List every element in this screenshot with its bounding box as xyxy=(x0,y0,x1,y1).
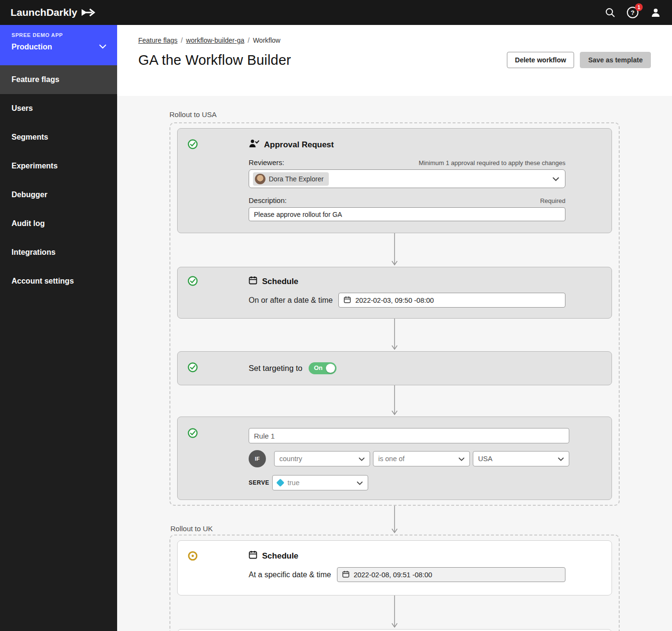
schedule-datetime-value: 2022-02-08, 09:51 -08:00 xyxy=(354,571,432,579)
schedule-datetime-input-uk[interactable]: 2022-02-08, 09:51 -08:00 xyxy=(337,567,565,582)
chevron-down-icon xyxy=(552,175,559,183)
rule-attribute-dropdown[interactable]: country xyxy=(274,451,370,466)
serve-variation-dropdown[interactable]: true xyxy=(272,475,368,490)
sidebar-item-integrations[interactable]: Integrations xyxy=(0,238,117,267)
schedule-card-usa[interactable]: Schedule On or after a date & time 2022-… xyxy=(177,267,612,319)
calendar-icon xyxy=(344,296,351,305)
workflow-connector-arrow xyxy=(177,595,612,629)
serve-label: SERVE xyxy=(249,479,272,486)
rule-name-input[interactable] xyxy=(249,428,569,443)
schedule-condition-label: At a specific date & time xyxy=(249,571,331,579)
set-targeting-card[interactable]: Set targeting to On xyxy=(177,351,612,385)
chevron-down-icon xyxy=(357,479,363,487)
chevron-down-icon xyxy=(458,455,465,463)
step-pending-icon xyxy=(188,554,198,562)
sidebar-item-account-settings[interactable]: Account settings xyxy=(0,267,117,296)
project-name: SPREE DEMO APP xyxy=(12,32,106,38)
reviewers-select[interactable]: Dora The Explorer xyxy=(249,169,565,188)
stage-container-uk: Schedule At a specific date & time 2022-… xyxy=(169,535,620,631)
environment-name: Production xyxy=(12,43,106,51)
step-complete-check-icon xyxy=(188,431,198,440)
reviewer-name: Dora The Explorer xyxy=(269,175,324,183)
page-title: GA the Workflow Builder xyxy=(138,52,291,68)
rule-operator-dropdown[interactable]: is one of xyxy=(373,451,470,466)
rule-attribute-value: country xyxy=(279,455,302,463)
sidebar-item-debugger[interactable]: Debugger xyxy=(0,180,117,209)
chevron-down-icon xyxy=(558,455,564,463)
rule-values-value: USA xyxy=(478,455,492,463)
toggle-knob xyxy=(326,364,335,373)
workflow-canvas: Rollout to USA xyxy=(117,96,672,631)
stage-label-rollout-uk: Rollout to UK xyxy=(170,524,213,533)
rule-values-dropdown[interactable]: USA xyxy=(473,451,569,466)
launchdarkly-arrow-icon xyxy=(81,7,96,18)
breadcrumb-workflow-builder-ga[interactable]: workflow-builder-ga xyxy=(186,36,244,44)
sidebar-item-audit-log[interactable]: Audit log xyxy=(0,209,117,238)
sidebar-item-users[interactable]: Users xyxy=(0,94,117,123)
breadcrumb: Feature flags/workflow-builder-ga/Workfl… xyxy=(138,36,651,44)
workflow-card-partial[interactable] xyxy=(177,629,612,631)
calendar-icon xyxy=(249,550,257,561)
schedule-datetime-input-usa[interactable]: 2022-02-03, 09:50 -08:00 xyxy=(338,293,565,308)
reviewers-label: Reviewers: xyxy=(249,158,284,167)
delete-workflow-button[interactable]: Delete workflow xyxy=(507,52,575,68)
sidebar-item-feature-flags[interactable]: Feature flags xyxy=(0,65,117,94)
workflow-connector-arrow xyxy=(391,506,398,535)
required-note: Required xyxy=(540,197,565,204)
chevron-down-icon xyxy=(99,42,107,51)
rule-operator-value: is one of xyxy=(378,455,405,463)
project-environment-switcher[interactable]: SPREE DEMO APP Production xyxy=(0,25,117,65)
schedule-title: Schedule xyxy=(262,551,299,561)
workflow-connector-arrow xyxy=(177,385,612,417)
main-content: Feature flags/workflow-builder-ga/Workfl… xyxy=(117,25,672,631)
launchdarkly-logo[interactable]: LaunchDarkly xyxy=(11,7,96,18)
workflow-connector-arrow xyxy=(177,233,612,267)
reviewer-avatar xyxy=(255,174,265,184)
description-label: Description: xyxy=(249,196,287,204)
step-complete-check-icon xyxy=(188,362,198,374)
top-bar: LaunchDarkly ? 1 xyxy=(0,0,672,25)
variation-diamond-icon xyxy=(276,479,285,487)
stage-label-rollout-usa: Rollout to USA xyxy=(169,110,620,119)
approval-person-check-icon xyxy=(249,139,259,150)
breadcrumb-separator: / xyxy=(181,36,183,44)
breadcrumb-feature-flags[interactable]: Feature flags xyxy=(138,36,178,44)
sidebar-item-experiments[interactable]: Experiments xyxy=(0,152,117,180)
chevron-down-icon xyxy=(359,455,365,463)
approval-description-input[interactable] xyxy=(249,207,565,221)
reviewer-chip: Dora The Explorer xyxy=(253,172,329,186)
serve-variation-value: true xyxy=(288,479,300,487)
notification-badge: 1 xyxy=(635,3,643,11)
breadcrumb-separator: / xyxy=(248,36,250,44)
stage-container-usa: Approval Request Reviewers: Minimum 1 ap… xyxy=(169,122,620,506)
help-icon[interactable]: ? 1 xyxy=(627,7,638,18)
workflow-connector-arrow xyxy=(177,319,612,351)
user-account-icon[interactable] xyxy=(650,7,661,18)
page-header: Feature flags/workflow-builder-ga/Workfl… xyxy=(117,25,672,96)
sidebar: SPREE DEMO APP Production Feature flags … xyxy=(0,25,117,631)
toggle-on-label: On xyxy=(314,364,323,371)
search-icon[interactable] xyxy=(605,7,615,18)
breadcrumb-current: Workflow xyxy=(253,36,280,44)
if-badge: IF xyxy=(249,450,266,467)
schedule-condition-label: On or after a date & time xyxy=(249,296,333,305)
stage-gap: Rollout to UK xyxy=(169,506,620,535)
approval-request-card[interactable]: Approval Request Reviewers: Minimum 1 ap… xyxy=(177,128,612,233)
calendar-icon xyxy=(342,571,349,579)
min-approval-note: Minimum 1 approval required to apply the… xyxy=(419,159,565,167)
schedule-title: Schedule xyxy=(262,277,299,286)
save-as-template-button[interactable]: Save as template xyxy=(580,52,651,68)
targeting-toggle[interactable]: On xyxy=(309,362,336,374)
approval-request-title: Approval Request xyxy=(264,140,334,150)
calendar-icon xyxy=(249,276,257,287)
step-complete-check-icon xyxy=(188,143,198,151)
rule-card[interactable]: IF country is one of USA xyxy=(177,417,612,500)
step-complete-check-icon xyxy=(188,279,198,287)
schedule-card-uk[interactable]: Schedule At a specific date & time 2022-… xyxy=(177,540,612,595)
launchdarkly-logo-text: LaunchDarkly xyxy=(11,7,77,18)
set-targeting-label: Set targeting to xyxy=(249,364,302,373)
sidebar-item-segments[interactable]: Segments xyxy=(0,123,117,152)
schedule-datetime-value: 2022-02-03, 09:50 -08:00 xyxy=(355,297,434,304)
